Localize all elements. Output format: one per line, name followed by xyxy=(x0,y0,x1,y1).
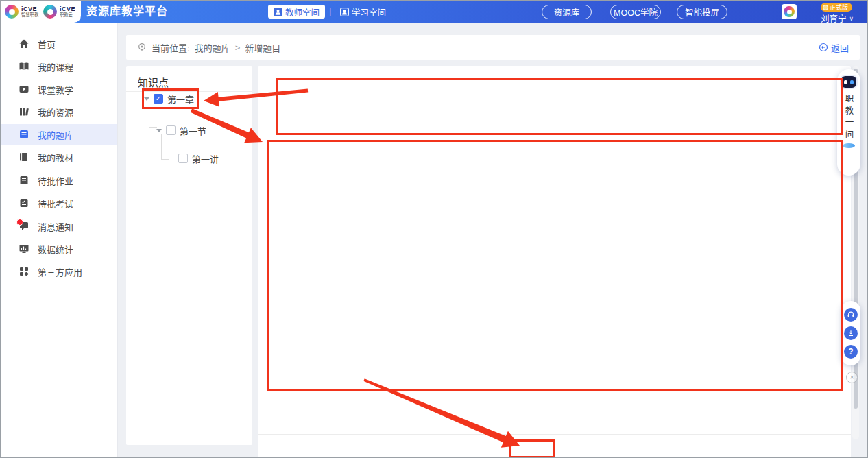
close-float-menu-icon[interactable]: ✕ xyxy=(846,372,858,383)
teacher-icon xyxy=(274,8,282,16)
book-icon xyxy=(19,61,29,72)
footer-divider xyxy=(258,434,851,435)
logo-sub: 职教云 xyxy=(60,12,74,16)
breadcrumb-current: 新增题目 xyxy=(245,41,280,54)
knowledge-panel: 知识点 第一章 第一节 第一讲 xyxy=(126,66,252,445)
tree-caret-icon[interactable] xyxy=(156,129,162,132)
zjy-logo-text: iCVE 职教云 xyxy=(60,6,75,17)
logo-area: iCVE 智慧职教 iCVE 职教云 xyxy=(1,1,81,23)
sidebar-item-label: 课堂教学 xyxy=(38,83,73,96)
customer-service-button[interactable] xyxy=(844,308,858,322)
library-icon xyxy=(19,106,29,117)
download-button[interactable] xyxy=(844,326,858,340)
app-title: 资源库教学平台 xyxy=(86,1,168,23)
tree-connector xyxy=(161,134,169,160)
checkbox-checked-icon[interactable] xyxy=(154,94,163,104)
sidebar-item-resources[interactable]: 我的资源 xyxy=(1,101,117,122)
sidebar-item-third-party[interactable]: 第三方应用 xyxy=(1,261,117,282)
sidebar-item-label: 我的教材 xyxy=(38,151,73,164)
textbook-icon xyxy=(19,152,29,162)
video-icon xyxy=(19,84,29,95)
username: 刘育宁 xyxy=(821,12,847,25)
sidebar-item-textbooks[interactable]: 我的教材 xyxy=(1,147,117,167)
medal-icon xyxy=(823,5,828,10)
smart-cast-button[interactable]: 智能投屏 xyxy=(677,5,727,19)
resource-library-button[interactable]: 资源库 xyxy=(542,5,592,19)
tree-node-label: 第一讲 xyxy=(192,152,219,165)
apps-icon xyxy=(19,266,29,277)
tree-node-chapter1[interactable]: 第一章 xyxy=(144,92,194,106)
back-label: 返回 xyxy=(831,41,849,54)
sidebar-item-courses[interactable]: 我的课程 xyxy=(1,56,117,77)
sidebar-item-label: 首页 xyxy=(38,38,56,51)
sidebar: 首页 我的课程 课堂教学 我的资源 我的题库 我的教材 待批作业 待批考试 xyxy=(1,23,118,458)
sidebar-item-home[interactable]: 首页 xyxy=(1,34,117,54)
chevron-down-icon: ∨ xyxy=(849,15,854,22)
version-badge-label: 正式版 xyxy=(830,3,848,12)
top-header: iCVE 智慧职教 iCVE 职教云 资源库教学平台 教师空间 | 学习空间 资… xyxy=(1,1,868,23)
back-button[interactable]: 返回 xyxy=(819,41,849,54)
tree-node-label: 第一节 xyxy=(180,124,206,137)
pill-label: MOOC学院 xyxy=(614,5,658,19)
tree-caret-icon[interactable] xyxy=(144,97,149,101)
home-icon xyxy=(19,38,29,49)
sidebar-item-label: 第三方应用 xyxy=(38,265,82,278)
nav-separator: | xyxy=(329,5,331,19)
question-form xyxy=(258,66,851,458)
sidebar-item-label: 我的资源 xyxy=(38,106,73,119)
question-mark-icon: ? xyxy=(848,347,853,357)
student-space-tab[interactable]: 学习空间 xyxy=(340,5,386,19)
logo-brand: iCVE xyxy=(60,6,75,12)
back-icon xyxy=(819,43,828,52)
sidebar-item-label: 我的课程 xyxy=(38,60,73,73)
sidebar-item-label: 数据统计 xyxy=(38,243,73,256)
sidebar-item-label: 待批考试 xyxy=(38,197,73,210)
breadcrumb: 当前位置: 我的题库 > 新增题目 返回 xyxy=(126,35,860,60)
checkbox-icon[interactable] xyxy=(166,125,176,135)
help-button[interactable]: ? xyxy=(844,345,858,359)
sidebar-item-exams[interactable]: 待批考试 xyxy=(1,193,117,213)
icve-logo-text: iCVE 智慧职教 xyxy=(21,6,40,17)
knowledge-title: 知识点 xyxy=(138,75,169,89)
logo-brand: iCVE xyxy=(21,6,40,12)
question-bank-icon xyxy=(19,129,29,140)
statistics-icon xyxy=(19,243,29,254)
exam-icon xyxy=(19,197,29,208)
sidebar-item-label: 我的题库 xyxy=(38,128,73,141)
teacher-space-label: 教师空间 xyxy=(285,5,320,19)
sidebar-item-question-bank[interactable]: 我的题库 xyxy=(1,124,117,145)
download-icon xyxy=(847,329,855,337)
student-space-label: 学习空间 xyxy=(352,5,386,19)
robot-icon xyxy=(840,75,858,89)
message-icon xyxy=(19,221,29,232)
tree-node-section1[interactable]: 第一节 xyxy=(156,123,206,137)
wave-decoration xyxy=(843,143,855,148)
icve-logo-icon xyxy=(5,5,19,19)
homework-icon xyxy=(19,175,29,186)
user-menu[interactable]: 刘育宁 ∨ xyxy=(821,12,854,25)
pill-label: 智能投屏 xyxy=(685,5,719,19)
floating-help-menu: ? xyxy=(841,301,860,365)
tree-node-lecture1[interactable]: 第一讲 xyxy=(178,152,219,165)
sidebar-item-label: 消息通知 xyxy=(38,220,73,233)
sidebar-item-statistics[interactable]: 数据统计 xyxy=(1,239,117,259)
zjy-logo-icon xyxy=(43,5,57,19)
breadcrumb-parent[interactable]: 我的题库 xyxy=(195,41,230,54)
teacher-space-tab[interactable]: 教师空间 xyxy=(268,5,325,19)
sidebar-item-notifications[interactable]: 消息通知 xyxy=(1,216,117,237)
checkbox-icon[interactable] xyxy=(178,154,188,163)
avatar[interactable] xyxy=(782,4,797,19)
sidebar-item-classroom[interactable]: 课堂教学 xyxy=(1,79,117,99)
breadcrumb-separator: > xyxy=(235,43,241,53)
mooc-college-button[interactable]: MOOC学院 xyxy=(610,5,661,19)
version-badge: 正式版 xyxy=(821,3,852,12)
assistant-label: 职教一问 xyxy=(843,94,856,142)
tree-node-label: 第一章 xyxy=(167,93,194,106)
breadcrumb-prefix: 当前位置: xyxy=(152,41,190,54)
sidebar-item-label: 待批作业 xyxy=(38,174,73,187)
ai-assistant-widget[interactable]: 职教一问 xyxy=(837,69,860,176)
student-icon xyxy=(340,8,349,16)
headset-icon xyxy=(847,311,855,319)
app-window: iCVE 智慧职教 iCVE 职教云 资源库教学平台 教师空间 | 学习空间 资… xyxy=(0,0,868,458)
sidebar-item-homework[interactable]: 待批作业 xyxy=(1,170,117,191)
